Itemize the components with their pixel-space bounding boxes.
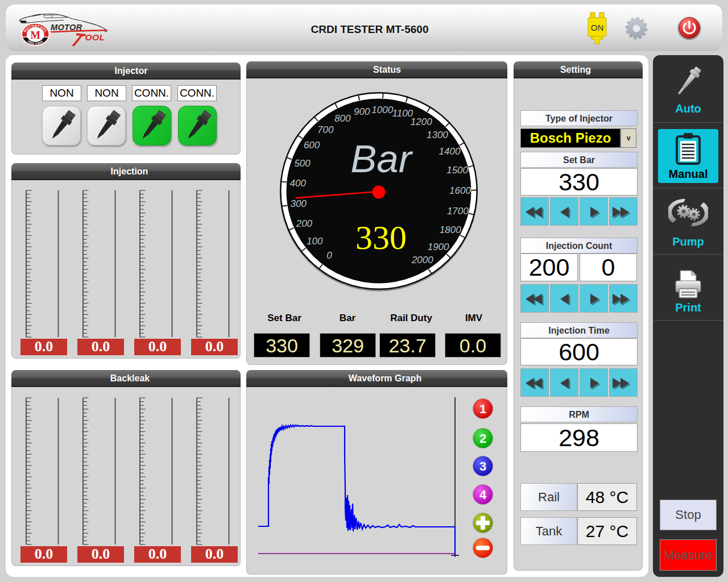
svg-text:1500: 1500 <box>446 165 468 176</box>
svg-text:100: 100 <box>307 236 323 247</box>
svg-text:700: 700 <box>317 124 334 135</box>
svg-text:0: 0 <box>326 250 332 261</box>
svg-text:1700: 1700 <box>447 206 469 217</box>
svg-text:1900: 1900 <box>428 242 449 252</box>
svg-text:1: 1 <box>479 402 486 416</box>
svg-text:200: 200 <box>296 218 313 229</box>
svg-text:1800: 1800 <box>440 225 461 235</box>
svg-text:1400: 1400 <box>439 146 461 157</box>
svg-text:300: 300 <box>291 198 307 209</box>
svg-text:330: 330 <box>355 219 407 256</box>
svg-text:900: 900 <box>354 106 370 117</box>
svg-text:800: 800 <box>334 113 351 124</box>
svg-text:4: 4 <box>479 488 487 502</box>
svg-text:ON: ON <box>591 23 604 32</box>
svg-text:1000: 1000 <box>371 105 393 115</box>
svg-text:1200: 1200 <box>411 117 432 127</box>
svg-text:2: 2 <box>479 431 486 446</box>
svg-text:2000: 2000 <box>411 255 433 265</box>
svg-text:500: 500 <box>294 158 311 169</box>
svg-text:400: 400 <box>290 178 307 189</box>
svg-text:3: 3 <box>479 459 486 473</box>
svg-text:1300: 1300 <box>427 130 448 140</box>
svg-text:1600: 1600 <box>449 185 471 196</box>
svg-text:Bar: Bar <box>350 137 413 181</box>
svg-text:600: 600 <box>304 140 320 151</box>
